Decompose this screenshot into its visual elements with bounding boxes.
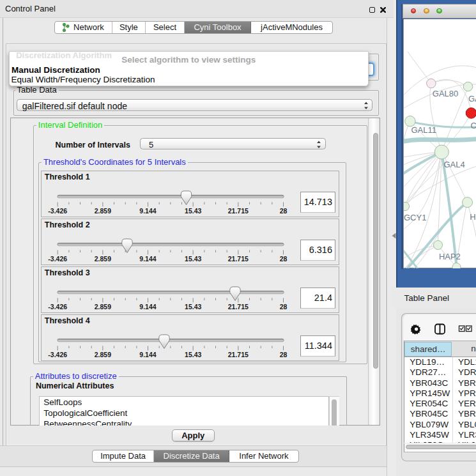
svg-text:GAL11: GAL11 (411, 125, 436, 135)
svg-text:GAL4: GAL4 (444, 159, 465, 169)
svg-text:H: H (470, 212, 475, 222)
svg-text:GCY1: GCY1 (404, 212, 426, 222)
svg-text:GAL80: GAL80 (433, 88, 458, 98)
svg-text:C: C (471, 121, 476, 130)
svg-text:HAP2: HAP2 (439, 252, 461, 261)
svg-text:GA: GA (468, 93, 476, 103)
